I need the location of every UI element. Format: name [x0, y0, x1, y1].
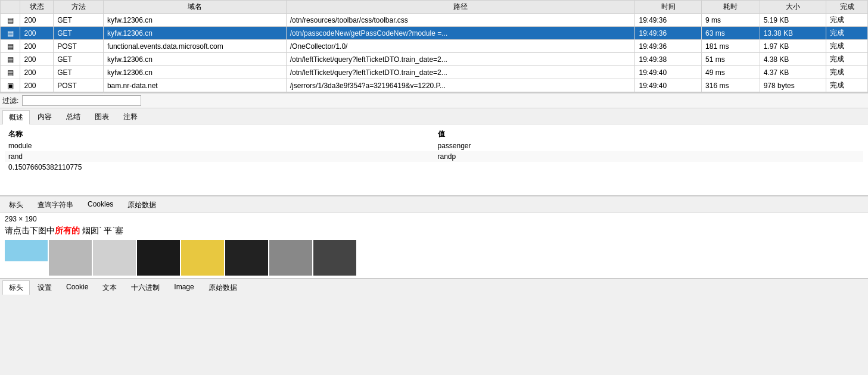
detail-col-name: 名称: [5, 128, 434, 140]
col-icon: [1, 1, 20, 14]
table-row[interactable]: ▤ 200 GET kyfw.12306.cn /otn/resources/t…: [1, 14, 868, 27]
captcha-prompt: 请点击下图中所有的 烟囱` 平`塞: [5, 226, 863, 236]
captcha-image-1[interactable]: [49, 240, 92, 276]
detail-row-name: 0.15076605382110775: [5, 162, 434, 173]
row-size: 4.38 KB: [760, 53, 826, 66]
row-icon: ▤: [1, 40, 20, 53]
captcha-image-0[interactable]: [5, 240, 48, 276]
captcha-image-5[interactable]: [225, 240, 268, 276]
row-method: GET: [54, 14, 104, 27]
col-domain-header[interactable]: 域名: [103, 1, 286, 14]
detail-row-value: randp: [434, 151, 864, 162]
sub-bottom-tab-文本[interactable]: 文本: [96, 280, 123, 295]
bottom-tab-查询字符串[interactable]: 查询字符串: [31, 198, 80, 212]
row-duration: 316 ms: [702, 79, 760, 92]
row-domain: functional.events.data.microsoft.com: [103, 40, 286, 53]
row-domain: kyfw.12306.cn: [103, 14, 286, 27]
row-duration: 63 ms: [702, 27, 760, 40]
detail-content: 名称 值 module passenger rand randp 0.15076…: [0, 124, 868, 196]
row-domain: kyfw.12306.cn: [103, 53, 286, 66]
captcha-prompt-suffix: 烟囱` 平`塞: [80, 226, 123, 235]
row-duration: 181 ms: [702, 40, 760, 53]
sub-bottom-tab-Image[interactable]: Image: [167, 280, 200, 295]
row-icon: ▤: [1, 53, 20, 66]
row-icon: ▤: [1, 14, 20, 27]
row-domain: bam.nr-data.net: [103, 79, 286, 92]
detail-col-value: 值: [434, 128, 864, 140]
row-domain: kyfw.12306.cn: [103, 27, 286, 40]
col-complete-header[interactable]: 完成: [826, 1, 868, 14]
row-complete: 完成: [826, 53, 868, 66]
row-complete: 完成: [826, 79, 868, 92]
detail-tab-内容[interactable]: 内容: [31, 110, 58, 124]
col-size-header[interactable]: 大小: [760, 1, 826, 14]
bottom-tab-标头[interactable]: 标头: [2, 198, 30, 212]
table-row[interactable]: ▤ 200 GET kyfw.12306.cn /otn/leftTicket/…: [1, 53, 868, 66]
row-method: GET: [54, 27, 104, 40]
detail-row: module passenger: [5, 140, 863, 151]
row-time: 19:49:36: [635, 27, 702, 40]
network-table: 状态 方法 域名 路径 时间 耗时 大小 完成 ▤ 200 GET kyfw.1…: [0, 0, 868, 92]
filter-input[interactable]: [22, 95, 141, 106]
detail-tab-概述[interactable]: 概述: [2, 110, 30, 124]
row-time: 19:49:40: [635, 66, 702, 79]
captcha-image-7[interactable]: [313, 240, 356, 276]
detail-tab-图表[interactable]: 图表: [88, 110, 116, 124]
row-icon: ▤: [1, 66, 20, 79]
row-method: GET: [54, 66, 104, 79]
bottom-tabs: 标头查询字符串Cookies原始数据: [0, 196, 868, 212]
row-path: /otn/leftTicket/query?leftTicketDTO.trai…: [286, 53, 635, 66]
detail-row-value: passenger: [434, 140, 864, 151]
row-complete: 完成: [826, 27, 868, 40]
row-complete: 完成: [826, 66, 868, 79]
row-duration: 51 ms: [702, 53, 760, 66]
sub-bottom-tab-标头[interactable]: 标头: [2, 280, 30, 295]
table-row[interactable]: ▤ 200 POST functional.events.data.micros…: [1, 40, 868, 53]
row-path: /otn/passcodeNew/getPassCodeNew?module =…: [286, 27, 635, 40]
col-status-header[interactable]: 状态: [20, 1, 54, 14]
detail-tab-注释[interactable]: 注释: [117, 110, 144, 124]
row-duration: 9 ms: [702, 14, 760, 27]
sub-bottom-tab-设置[interactable]: 设置: [31, 280, 58, 295]
sub-bottom-tab-Cookie[interactable]: Cookie: [60, 280, 95, 295]
detail-row-value: [434, 162, 864, 173]
row-complete: 完成: [826, 14, 868, 27]
row-method: POST: [54, 40, 104, 53]
row-path: /otn/resources/toolbar/css/toolbar.css: [286, 14, 635, 27]
filter-bar: 过滤:: [0, 93, 868, 108]
captcha-image-3[interactable]: [137, 240, 180, 276]
col-duration-header[interactable]: 耗时: [702, 1, 760, 14]
sub-bottom-tab-原始数据[interactable]: 原始数据: [202, 280, 244, 295]
row-path: /otn/leftTicket/query?leftTicketDTO.trai…: [286, 66, 635, 79]
sub-bottom-tab-十六进制[interactable]: 十六进制: [125, 280, 166, 295]
sub-bottom-tabs: 标头设置Cookie文本十六进制Image原始数据: [0, 279, 868, 295]
captcha-highlight: 所有的: [55, 226, 80, 235]
captcha-image-4[interactable]: [181, 240, 224, 276]
col-path-header[interactable]: 路径: [286, 1, 635, 14]
bottom-tab-Cookies[interactable]: Cookies: [81, 198, 120, 212]
detail-tab-总结[interactable]: 总结: [60, 110, 87, 124]
table-row[interactable]: ▤ 200 GET kyfw.12306.cn /otn/passcodeNew…: [1, 27, 868, 40]
row-status: 200: [20, 66, 54, 79]
row-status: 200: [20, 27, 54, 40]
row-method: POST: [54, 79, 104, 92]
bottom-content: 293 × 190 请点击下图中所有的 烟囱` 平`塞: [0, 212, 868, 279]
row-size: 1.97 KB: [760, 40, 826, 53]
row-status: 200: [20, 79, 54, 92]
captcha-image-2[interactable]: [93, 240, 136, 276]
table-row[interactable]: ▣ 200 POST bam.nr-data.net /jserrors/1/3…: [1, 79, 868, 92]
bottom-tab-原始数据[interactable]: 原始数据: [121, 198, 163, 212]
col-time-header[interactable]: 时间: [635, 1, 702, 14]
table-row[interactable]: ▤ 200 GET kyfw.12306.cn /otn/leftTicket/…: [1, 66, 868, 79]
network-table-section: 状态 方法 域名 路径 时间 耗时 大小 完成 ▤ 200 GET kyfw.1…: [0, 0, 868, 93]
row-size: 978 bytes: [760, 79, 826, 92]
col-method-header[interactable]: 方法: [54, 1, 104, 14]
row-status: 200: [20, 53, 54, 66]
captcha-images[interactable]: [5, 240, 863, 276]
captcha-image-6[interactable]: [269, 240, 312, 276]
row-time: 19:49:36: [635, 40, 702, 53]
row-time: 19:49:36: [635, 14, 702, 27]
row-path: /jserrors/1/3da3e9f354?a=32196419&v=1220…: [286, 79, 635, 92]
row-icon: ▤: [1, 27, 20, 40]
detail-row-name: module: [5, 140, 434, 151]
